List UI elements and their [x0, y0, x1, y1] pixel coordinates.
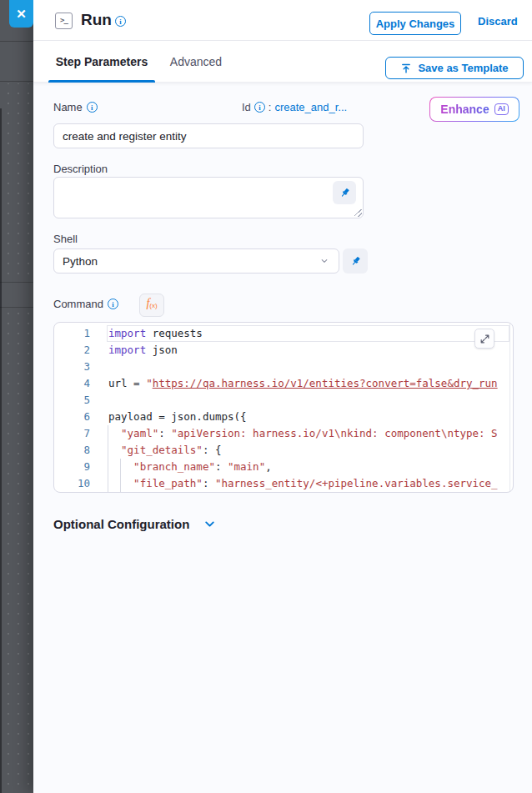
- code-token: : {: [203, 444, 222, 456]
- code-line: 3: [54, 359, 513, 375]
- pipeline-canvas-strip: [0, 0, 33, 793]
- code-token: "file_path": [133, 477, 203, 489]
- save-as-template-button[interactable]: Save as Template: [385, 57, 524, 79]
- code-token: import: [108, 327, 146, 339]
- expand-icon: [479, 334, 490, 344]
- chevron-down-icon: [203, 517, 217, 531]
- shell-pin-button[interactable]: [343, 248, 368, 274]
- code-token: json: [146, 344, 178, 356]
- shell-label: Shell: [53, 233, 78, 245]
- code-token: "git_details": [121, 444, 203, 456]
- tab-bar: Step Parameters Advanced Save as Templat…: [33, 41, 532, 83]
- code-token: :: [215, 460, 228, 473]
- shell-selected-value: Python: [63, 255, 98, 268]
- code-token: https://qa.harness.io/v1/entities?conver…: [153, 377, 498, 389]
- canvas-toolbar-band: [0, 282, 33, 308]
- code-token: ": [146, 377, 153, 389]
- upload-icon: [400, 63, 412, 74]
- canvas-divider: [0, 41, 33, 42]
- code-token: "apiVersion: harness.io/v1\nkind: compon…: [171, 427, 497, 439]
- code-token: "main": [228, 460, 265, 473]
- title-info-icon[interactable]: i: [115, 16, 126, 27]
- code-token: [108, 477, 133, 489]
- code-token: requests: [146, 327, 203, 339]
- code-token: :: [203, 477, 215, 489]
- editor-expand-button[interactable]: [474, 329, 494, 349]
- ai-badge: AI: [494, 103, 509, 115]
- line-number: 1: [54, 325, 90, 342]
- expression-fx-button[interactable]: f(x): [139, 294, 164, 317]
- code-line: 9 "branch_name": "main",: [54, 459, 513, 475]
- command-code-editor[interactable]: 1import requests2import json34url = "htt…: [53, 322, 514, 493]
- name-label-row: Name i: [53, 101, 98, 113]
- active-tab-underline: [48, 80, 155, 83]
- code-rows: 1import requests2import json34url = "htt…: [54, 325, 513, 492]
- canvas-left-edge: [0, 108, 2, 793]
- code-line: 10 "file_path": "harness_entity/<+pipeli…: [54, 475, 513, 492]
- code-token: "branch_name": [133, 460, 215, 473]
- code-text: import json: [90, 342, 178, 359]
- apply-changes-button[interactable]: Apply Changes: [369, 12, 461, 35]
- code-text: "file_path": "harness_entity/<+pipeline.…: [90, 475, 498, 492]
- line-number: 8: [54, 442, 90, 459]
- run-step-terminal-icon: >_: [55, 13, 73, 29]
- code-token: [108, 444, 121, 456]
- canvas-divider: [0, 81, 33, 82]
- discard-button[interactable]: Discard: [478, 15, 518, 28]
- line-number: 5: [54, 392, 90, 409]
- chevron-down-icon: [319, 255, 330, 267]
- code-token: [108, 460, 133, 473]
- code-line: 5: [54, 392, 513, 409]
- textarea-resize-handle[interactable]: [354, 209, 362, 217]
- screen: ✕ >_ Run i Apply Changes Discard Step Pa…: [0, 0, 532, 793]
- description-textarea[interactable]: [53, 177, 364, 218]
- name-input[interactable]: [53, 123, 364, 148]
- tab-advanced[interactable]: Advanced: [165, 41, 227, 83]
- code-line: 2import json: [54, 342, 513, 359]
- line-number: 9: [54, 459, 90, 475]
- code-token: payload = json.dumps({: [108, 410, 247, 423]
- code-text: url = "https://qa.harness.io/v1/entities…: [90, 375, 498, 392]
- code-text: import requests: [90, 325, 203, 342]
- code-text: payload = json.dumps({: [90, 409, 247, 425]
- code-text: [90, 359, 108, 375]
- code-line: 1import requests: [54, 325, 513, 342]
- line-number: 10: [54, 475, 90, 492]
- line-number: 6: [54, 409, 90, 425]
- enhance-ai-button[interactable]: Enhance AI: [429, 97, 519, 122]
- code-line: 6payload = json.dumps({: [54, 409, 513, 425]
- line-number: 7: [54, 425, 90, 442]
- description-pin-button[interactable]: [333, 181, 356, 204]
- code-token: ,: [265, 460, 272, 473]
- step-id-value[interactable]: create_and_r...: [274, 101, 347, 113]
- code-token: "harness_entity/<+pipeline.variables.ser…: [215, 477, 498, 489]
- line-number: 3: [54, 359, 90, 375]
- code-text: "yaml": "apiVersion: harness.io/v1\nkind…: [90, 425, 498, 442]
- code-text: "branch_name": "main",: [90, 459, 272, 475]
- code-token: import: [108, 344, 146, 356]
- code-token: [108, 427, 121, 439]
- code-token: "yaml": [121, 427, 158, 439]
- description-label: Description: [53, 163, 108, 175]
- command-label-row: Command i: [53, 298, 118, 310]
- pin-icon: [339, 187, 351, 199]
- code-line: 8 "git_details": {: [54, 442, 513, 459]
- shell-select[interactable]: Python: [53, 248, 339, 274]
- code-line: 7 "yaml": "apiVersion: harness.io/v1\nki…: [54, 425, 513, 442]
- name-info-icon[interactable]: i: [87, 102, 98, 113]
- pin-icon: [349, 255, 362, 268]
- optional-configuration-toggle[interactable]: Optional Configuration: [53, 517, 217, 531]
- canvas-dot-grid: [0, 83, 33, 793]
- code-text: [90, 392, 108, 409]
- close-drawer-button[interactable]: ✕: [9, 0, 33, 28]
- step-id-row: Id i : create_and_r...: [242, 101, 347, 113]
- close-icon: ✕: [16, 7, 27, 22]
- id-info-icon[interactable]: i: [254, 102, 265, 113]
- code-token: url =: [108, 377, 146, 389]
- tab-step-parameters[interactable]: Step Parameters: [48, 41, 155, 83]
- line-number: 4: [54, 375, 90, 392]
- line-number: 2: [54, 342, 90, 359]
- drawer-header: >_ Run i Apply Changes Discard: [33, 0, 532, 41]
- code-line: 4url = "https://qa.harness.io/v1/entitie…: [54, 375, 513, 392]
- command-info-icon[interactable]: i: [108, 299, 118, 309]
